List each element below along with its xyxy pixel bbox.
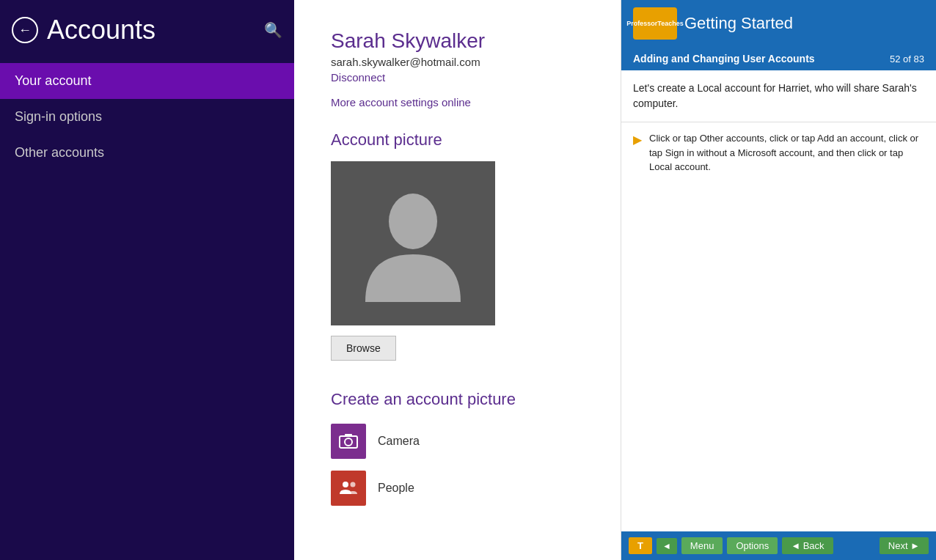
- avatar-icon: [362, 181, 464, 306]
- svg-point-5: [351, 482, 356, 487]
- menu-button[interactable]: Menu: [681, 537, 723, 554]
- main-content: Sarah Skywalker sarah.skywalker@hotmail.…: [294, 0, 621, 560]
- sidebar-item-your-account[interactable]: Your account: [0, 63, 294, 99]
- t-button[interactable]: T: [629, 537, 652, 554]
- tutorial-header: Professor Teaches Getting Started: [621, 0, 936, 47]
- create-picture-title: Create an account picture: [331, 390, 584, 409]
- tutorial-chapter: Adding and Changing User Accounts 52 of …: [621, 47, 936, 70]
- svg-rect-3: [345, 434, 352, 437]
- play-icon: ▶: [633, 133, 642, 147]
- nav-list: Your account Sign-in options Other accou…: [0, 63, 294, 171]
- people-icon: [331, 471, 366, 506]
- svg-point-2: [345, 438, 352, 446]
- tutorial-progress: 52 of 83: [890, 54, 924, 65]
- browse-button[interactable]: Browse: [331, 336, 396, 361]
- avatar-container: [331, 161, 495, 325]
- sidebar-item-other-accounts[interactable]: Other accounts: [0, 135, 294, 171]
- user-email: sarah.skywalker@hotmail.com: [331, 56, 584, 68]
- people-app-item[interactable]: People: [331, 471, 584, 506]
- back-button[interactable]: ←: [12, 17, 38, 43]
- sidebar-item-sign-in-options[interactable]: Sign-in options: [0, 99, 294, 135]
- options-button[interactable]: Options: [727, 537, 778, 554]
- people-app-label: People: [378, 482, 414, 495]
- camera-icon: [331, 424, 366, 459]
- tutorial-title: Getting Started: [684, 14, 793, 33]
- more-settings-link[interactable]: More account settings online: [331, 96, 584, 108]
- camera-app-item[interactable]: Camera: [331, 424, 584, 459]
- account-picture-title: Account picture: [331, 130, 584, 150]
- camera-app-label: Camera: [378, 435, 420, 448]
- arrow-button[interactable]: ◄: [657, 538, 677, 554]
- instruction-text: Click or tap Other accounts, click or ta…: [649, 131, 924, 174]
- svg-point-0: [389, 194, 437, 249]
- disconnect-link[interactable]: Disconnect: [331, 71, 385, 84]
- tutorial-panel: Professor Teaches Getting Started Adding…: [621, 0, 936, 560]
- professor-logo: Professor Teaches: [633, 7, 677, 40]
- back-tutorial-button[interactable]: ◄ Back: [782, 537, 833, 554]
- tutorial-body-text: Let's create a Local account for Harriet…: [621, 70, 936, 122]
- tutorial-body: Adding and Changing User Accounts 52 of …: [621, 47, 936, 531]
- search-button[interactable]: 🔍: [264, 21, 282, 39]
- tutorial-instruction: ▶ Click or tap Other accounts, click or …: [621, 122, 936, 183]
- sidebar-header: ← Accounts 🔍: [0, 0, 294, 60]
- create-picture-section: Create an account picture Camera: [331, 390, 584, 506]
- user-name: Sarah Skywalker: [331, 29, 584, 53]
- next-tutorial-button[interactable]: Next ►: [880, 537, 929, 554]
- account-picture-section: Account picture Browse: [331, 130, 584, 361]
- svg-point-4: [343, 482, 348, 487]
- tutorial-controls: T ◄ Menu Options ◄ Back Next ►: [621, 531, 936, 560]
- sidebar-title: Accounts: [47, 15, 156, 45]
- tutorial-chapter-title: Adding and Changing User Accounts: [633, 53, 815, 65]
- sidebar: ← Accounts 🔍 Your account Sign-in option…: [0, 0, 294, 560]
